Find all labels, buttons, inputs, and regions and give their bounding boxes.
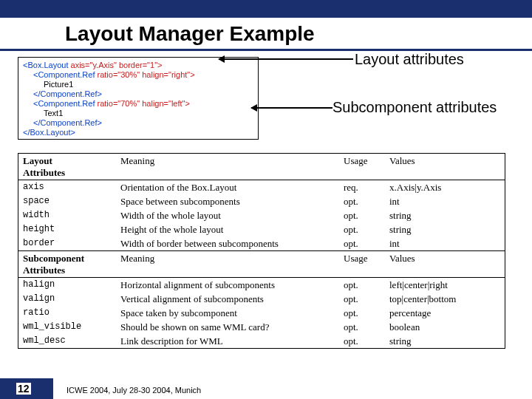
slide-title: Layout Manager Example — [0, 18, 532, 51]
attr-usage: opt. — [339, 222, 385, 236]
attr-meaning: Space taken by subcomponent — [116, 306, 339, 320]
attr-values: x.Axis|y.Axis — [385, 180, 505, 195]
table-row: wml_descLink description for WMLopt.stri… — [18, 334, 505, 348]
table-header-row: Layout Attributes Meaning Usage Values — [18, 154, 505, 180]
page-number: 12 — [16, 383, 31, 395]
attr-usage: req. — [339, 180, 385, 195]
code-tag: <Component.Ref — [33, 70, 95, 79]
table-header: Meaning — [116, 154, 339, 180]
attr-meaning: Orientation of the Box.Layout — [116, 180, 339, 195]
table-header: Subcomponent Attributes — [23, 253, 84, 276]
table-row: heightHeight of the whole layoutopt.stri… — [18, 222, 505, 236]
attr-usage: opt. — [339, 306, 385, 320]
table-row: borderWidth of border between subcompone… — [18, 236, 505, 251]
attr-name: wml_visible — [18, 320, 116, 334]
attr-values: percentage — [385, 306, 505, 320]
attr-meaning: Width of border between subcomponents — [116, 236, 339, 251]
attr-name: valign — [18, 292, 116, 306]
attr-values: boolean — [385, 320, 505, 334]
arrow-to-subcomponent-attrs — [251, 107, 332, 109]
code-box: <Box.Layout axis="y.Axis" border="1"> <C… — [18, 57, 259, 140]
attr-usage: opt. — [339, 194, 385, 208]
attributes-table: Layout Attributes Meaning Usage Values a… — [18, 153, 505, 349]
attr-usage: opt. — [339, 236, 385, 251]
attr-values: int — [385, 194, 505, 208]
attr-name: axis — [18, 180, 116, 195]
arrow-to-layout-attrs — [219, 58, 353, 60]
code-attr: axis="y.Axis" border="1"> — [68, 61, 162, 69]
annotation-layout-attributes: Layout attributes — [355, 51, 464, 68]
table-row: wml_visibleShould be shown on same WML c… — [18, 320, 505, 334]
attr-meaning: Height of the whole layout — [116, 222, 339, 236]
attr-usage: opt. — [339, 208, 385, 222]
attr-values: int — [385, 236, 505, 251]
attr-usage: opt. — [339, 320, 385, 334]
code-tag: </Box.Layout> — [23, 128, 75, 137]
attr-name: halign — [18, 278, 116, 293]
table-row: widthWidth of the whole layoutopt.string — [18, 208, 505, 222]
table-header: Usage — [339, 251, 385, 278]
attr-meaning: Space between subcomponents — [116, 194, 339, 208]
footer: 12 ICWE 2004, July 28-30 2004, Munich — [0, 378, 532, 399]
annotation-subcomponent-attributes: Subcomponent attributes — [332, 99, 497, 116]
attr-name: ratio — [18, 306, 116, 320]
table-header-row: Subcomponent Attributes Meaning Usage Va… — [18, 251, 505, 278]
table-header: Values — [385, 154, 505, 180]
attr-meaning: Vertical alignment of subcomponents — [116, 292, 339, 306]
table-header: Values — [385, 251, 505, 278]
code-text: Picture1 — [44, 80, 73, 89]
code-text: Text1 — [44, 109, 63, 117]
code-tag: </Component.Ref> — [33, 89, 102, 98]
attr-values: top|center|bottom — [385, 292, 505, 306]
attr-meaning: Width of the whole layout — [116, 208, 339, 222]
attr-meaning: Link description for WML — [116, 334, 339, 348]
attr-usage: opt. — [339, 278, 385, 293]
attr-name: space — [18, 194, 116, 208]
code-tag: <Box.Layout — [23, 61, 68, 69]
content-area: Layout attributes Subcomponent attribute… — [0, 51, 532, 349]
table-header: Meaning — [116, 251, 339, 278]
footer-text: ICWE 2004, July 28-30 2004, Munich — [66, 386, 201, 395]
attr-values: string — [385, 334, 505, 348]
attr-values: left|center|right — [385, 278, 505, 293]
attr-usage: opt. — [339, 334, 385, 348]
attr-meaning: Horizontal alignment of subcomponents — [116, 278, 339, 293]
attr-name: wml_desc — [18, 334, 116, 348]
table-row: valignVertical alignment of subcomponent… — [18, 292, 505, 306]
table-header: Usage — [339, 154, 385, 180]
attr-name: width — [18, 208, 116, 222]
table-row: spaceSpace between subcomponentsopt.int — [18, 194, 505, 208]
table-row: halignHorizontal alignment of subcompone… — [18, 278, 505, 293]
table-row: ratioSpace taken by subcomponentopt.perc… — [18, 306, 505, 320]
attr-name: height — [18, 222, 116, 236]
attr-meaning: Should be shown on same WML card? — [116, 320, 339, 334]
top-bar — [0, 0, 532, 18]
table-header: Layout Attributes — [23, 155, 65, 178]
code-tag: </Component.Ref> — [33, 118, 102, 127]
code-tag: <Component.Ref — [33, 99, 95, 108]
table-row: axisOrientation of the Box.Layoutreq.x.A… — [18, 180, 505, 195]
attr-usage: opt. — [339, 292, 385, 306]
code-attr: ratio="70%" halign="left"> — [95, 99, 189, 108]
attr-name: border — [18, 236, 116, 251]
attr-values: string — [385, 208, 505, 222]
attr-values: string — [385, 222, 505, 236]
code-attr: ratio="30%" halign="right"> — [95, 70, 194, 79]
